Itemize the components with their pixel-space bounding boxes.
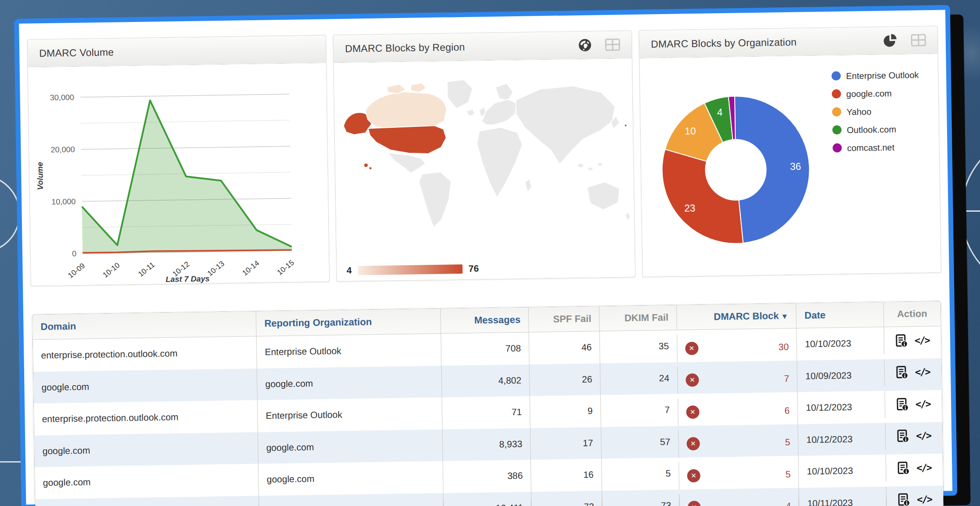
map-region-scandinavia (495, 83, 513, 101)
cell-messages: 708 (440, 333, 529, 365)
svg-text:10,000: 10,000 (51, 197, 76, 206)
col-header-domain[interactable]: Domain (33, 311, 256, 340)
cell-date: 10/10/2023 (798, 455, 886, 488)
map-region-australia (587, 181, 620, 210)
svg-text:36: 36 (790, 160, 801, 172)
svg-text:10-15: 10-15 (276, 258, 296, 277)
svg-text:10-09: 10-09 (66, 261, 87, 280)
col-header-action[interactable]: Action (883, 301, 941, 327)
choropleth-legend: 4 76 (346, 263, 479, 275)
panel-header: DMARC Blocks by Region (334, 31, 632, 63)
panel-header: DMARC Volume (28, 35, 326, 67)
legend-swatch (832, 89, 841, 98)
map-region-arctic-2[interactable] (410, 83, 426, 93)
legend-label: Yahoo (846, 106, 871, 118)
map-region-indonesia-2 (588, 167, 593, 170)
cell-spf-fail: 16 (530, 459, 602, 492)
table-icon[interactable] (911, 34, 926, 47)
dmarc-block-cell: ✕6 (678, 397, 798, 426)
pie-icon[interactable] (883, 33, 898, 48)
cell-date: 10/11/2023 (799, 486, 886, 506)
code-icon[interactable]: </> (916, 462, 931, 473)
cell-dkim-fail: 7 (600, 394, 678, 427)
map-region-south-america (419, 172, 452, 228)
col-header-date[interactable]: Date (796, 302, 883, 329)
map-region-philippines (597, 163, 603, 166)
donut-legend: Enterprise Outlookgoogle.comYahooOutlook… (831, 69, 930, 160)
legend-max-value: 76 (468, 263, 479, 274)
code-icon[interactable]: </> (915, 335, 929, 346)
action-cell: </> (885, 390, 942, 418)
action-cell: </> (884, 358, 942, 386)
map-region-pacific-dot[interactable] (624, 124, 627, 127)
dmarc-block-cell: ✕5 (678, 429, 799, 458)
cell-messages: 71 (442, 396, 530, 429)
code-icon[interactable]: </> (916, 430, 931, 441)
pie-slice-google.com[interactable] (662, 148, 743, 244)
action-cell: </> (886, 485, 944, 506)
region-map-body: 4 76 (334, 58, 635, 281)
code-icon[interactable]: </> (917, 494, 932, 505)
volume-area-chart: 010,00020,00030,00010-0910-1010-1110-121… (28, 63, 329, 286)
report-info-icon[interactable] (897, 429, 909, 443)
code-icon[interactable]: </> (915, 366, 930, 377)
map-region-usa[interactable] (368, 126, 446, 155)
cell-date: 10/10/2023 (796, 327, 884, 360)
col-header-messages[interactable]: Messages (440, 307, 529, 334)
cell-reporting-organization: Enterprise Outlook (257, 398, 442, 432)
dmarc-block-count: 6 (784, 405, 790, 416)
decor-circle-right (961, 131, 980, 293)
table-icon[interactable] (605, 39, 620, 51)
cell-date: 10/12/2023 (798, 423, 885, 455)
col-header-spf-fail[interactable]: SPF Fail (528, 306, 599, 332)
world-choropleth-map (334, 61, 635, 259)
dmarc-block-cell: ✕30 (677, 333, 797, 362)
col-header-reporting-organization[interactable]: Reporting Organization (256, 309, 440, 336)
legend-label: google.com (846, 87, 892, 100)
dmarc-block-cell: ✕7 (677, 365, 798, 394)
map-region-africa (477, 127, 523, 198)
svg-text:10-11: 10-11 (137, 260, 156, 278)
cell-spf-fail: 9 (530, 395, 601, 428)
action-cell: </> (883, 326, 941, 354)
map-region-indonesia-1 (577, 163, 584, 168)
report-info-icon[interactable] (896, 365, 908, 379)
legend-gradient-bar (358, 264, 462, 275)
dmarc-block-count: 5 (785, 469, 791, 479)
report-info-icon[interactable] (897, 397, 908, 411)
report-info-icon[interactable] (898, 493, 910, 506)
cell-domain: google.com (33, 368, 257, 403)
map-region-madagascar (525, 178, 532, 192)
col-header-dkim-fail[interactable]: DKIM Fail (599, 305, 676, 332)
map-region-canada[interactable] (365, 91, 447, 130)
map-region-iceland (466, 109, 475, 116)
map-region-hawaii-2[interactable] (369, 166, 372, 170)
globe-icon[interactable] (578, 38, 592, 52)
report-info-icon[interactable] (896, 333, 907, 347)
col-header-dmarc-block[interactable]: DMARC Block ▼ (676, 304, 797, 330)
cell-dkim-fail: 5 (601, 458, 679, 491)
svg-text:4: 4 (717, 106, 723, 118)
cell-domain: enterprise.protection.outlook.com (33, 336, 257, 372)
dmarc-block-count: 5 (785, 437, 790, 448)
cell-date: 10/12/2023 (797, 391, 885, 424)
svg-text:23: 23 (684, 202, 696, 213)
dmarc-dashboard: DMARC Volume 010,00020,00030,00010-0910-… (14, 5, 957, 506)
cell-spf-fail: 26 (529, 363, 600, 396)
cell-spf-fail: 73 (531, 491, 602, 506)
map-region-hawaii[interactable] (364, 163, 368, 167)
map-region-mexico (388, 152, 425, 173)
chart-panels-row: DMARC Volume 010,00020,00030,00010-0910-… (27, 26, 941, 286)
report-info-icon[interactable] (897, 461, 909, 474)
cell-reporting-organization: google.com (258, 429, 442, 464)
map-region-asia (515, 85, 616, 165)
volume-chart-body: 010,00020,00030,00010-0910-1010-1110-121… (28, 63, 329, 286)
legend-swatch (832, 143, 842, 152)
code-icon[interactable]: </> (915, 398, 930, 409)
legend-label: Enterprise Outlook (846, 69, 919, 81)
cell-spf-fail: 46 (529, 331, 600, 364)
svg-text:10-14: 10-14 (241, 259, 261, 277)
map-region-new-zealand (625, 212, 631, 221)
svg-text:Volume: Volume (36, 162, 45, 190)
cell-domain: google.com (34, 432, 258, 467)
